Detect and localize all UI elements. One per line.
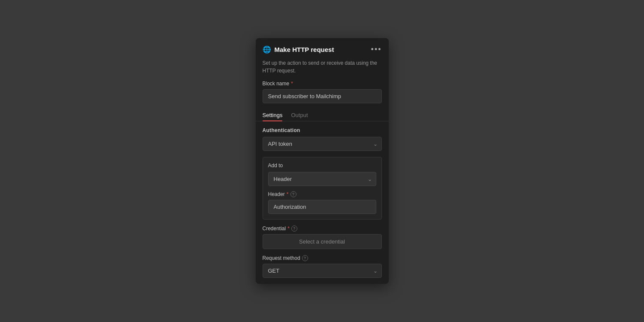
credential-required-star: *	[287, 226, 290, 232]
globe-icon: 🌐	[263, 45, 271, 54]
tab-output[interactable]: Output	[291, 109, 308, 121]
request-method-help-icon[interactable]: ?	[302, 255, 308, 261]
authentication-select-wrapper: API token Basic Auth OAuth2 None ⌄	[263, 137, 382, 151]
header-text-input[interactable]	[268, 200, 376, 214]
credential-help-icon[interactable]: ?	[291, 226, 297, 232]
header-help-icon[interactable]: ?	[290, 191, 296, 197]
required-star: *	[291, 81, 293, 87]
add-to-sub-panel: Add to Header Query Body ⌄ Header * ?	[263, 157, 382, 220]
authentication-select[interactable]: API token Basic Auth OAuth2 None	[263, 137, 382, 151]
header-required-star: *	[287, 191, 289, 197]
block-name-label: Block name *	[256, 81, 389, 89]
make-http-request-panel: 🌐 Make HTTP request ••• Set up the actio…	[256, 38, 389, 284]
request-method-select[interactable]: GET POST PUT PATCH DELETE	[263, 264, 382, 278]
authentication-section-title: Authentication	[256, 127, 389, 137]
credential-label: Credential * ?	[256, 226, 389, 234]
request-method-label: Request method ?	[256, 255, 389, 264]
block-name-input[interactable]	[263, 89, 382, 103]
header-field-label: Header * ?	[268, 191, 376, 197]
panel-description: Set up the action to send or receive dat…	[256, 59, 389, 81]
select-credential-button[interactable]: Select a credential	[263, 234, 382, 249]
add-to-select[interactable]: Header Query Body	[268, 172, 376, 186]
panel-header: 🌐 Make HTTP request •••	[256, 38, 389, 59]
request-method-select-wrapper: GET POST PUT PATCH DELETE ⌄	[263, 264, 382, 278]
panel-header-left: 🌐 Make HTTP request	[263, 45, 334, 54]
add-to-select-wrapper: Header Query Body ⌄	[268, 172, 376, 186]
tab-settings[interactable]: Settings	[263, 109, 283, 121]
panel-title: Make HTTP request	[275, 46, 334, 53]
tabs: Settings Output	[256, 109, 389, 121]
more-options-icon[interactable]: •••	[371, 45, 382, 54]
add-to-label: Add to	[268, 163, 376, 169]
